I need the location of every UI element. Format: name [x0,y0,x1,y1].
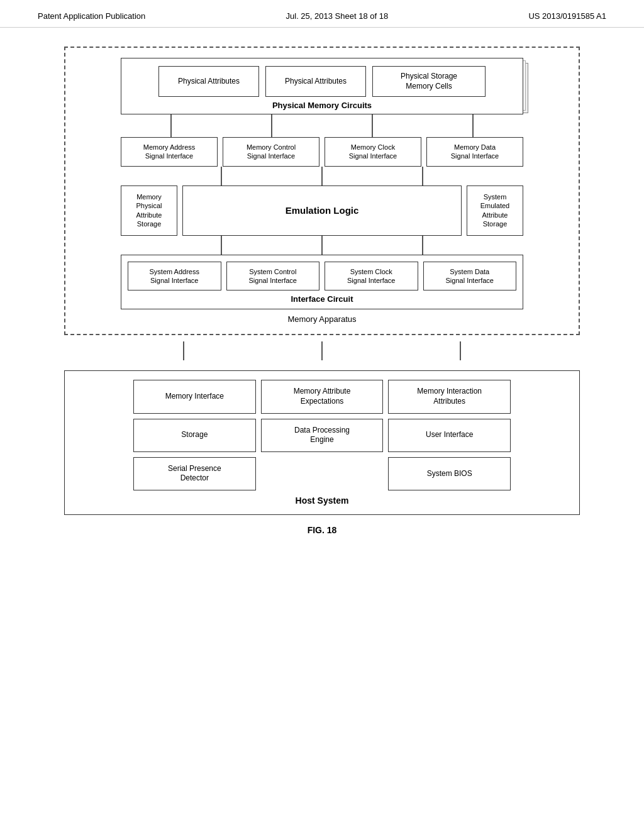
host-data-processing: Data ProcessingEngine [261,419,384,452]
sys-addr-signal: System AddressSignal Interface [128,262,221,291]
physical-memory-stacked: Physical Attributes Physical Attributes … [121,58,523,114]
host-system-bios: System BIOS [388,457,511,490]
header-left: Patent Application Publication [38,11,145,21]
host-empty-middle [261,457,384,490]
sys-emulated-attr-storage: SystemEmulatedAttributeStorage [467,185,523,236]
mem-data-signal: Memory DataSignal Interface [426,137,523,167]
fig-label: FIG. 18 [308,525,337,535]
memory-apparatus-label: Memory Apparatus [75,314,569,324]
sys-data-signal: System DataSignal Interface [423,262,517,291]
sys-ctrl-signal: System ControlSignal Interface [226,262,320,291]
mem-clk-signal: Memory ClockSignal Interface [325,137,421,167]
outer-dashed-border: Physical Attributes Physical Attributes … [64,47,580,335]
phys-storage-box: Physical StorageMemory Cells [372,66,486,97]
page-header: Patent Application Publication Jul. 25, … [0,0,644,28]
host-mem-attr-expectations: Memory AttributeExpectations [261,380,384,413]
host-system-grid: Memory Interface Memory AttributeExpecta… [133,380,511,490]
connectors-signal-to-emulation [121,167,523,185]
host-serial-presence: Serial PresenceDetector [133,457,256,490]
system-signal-row: System AddressSignal Interface System Co… [128,262,516,291]
physical-memory-label: Physical Memory Circuits [130,101,514,110]
mem-addr-signal: Memory AddressSignal Interface [121,137,218,167]
interface-circuit-label: Interface Circuit [128,294,516,304]
emulation-logic-box: Emulation Logic [182,185,462,236]
memory-signal-row: Memory AddressSignal Interface Memory Co… [121,137,523,167]
phys-attr-box-2: Physical Attributes [265,66,366,97]
mem-phys-attr-storage: MemoryPhysicalAttributeStorage [121,185,177,236]
sys-clk-signal: System ClockSignal Interface [325,262,418,291]
interface-circuit-section: System AddressSignal Interface System Co… [121,255,523,310]
host-memory-interface: Memory Interface [133,380,256,413]
header-middle: Jul. 25, 2013 Sheet 18 of 18 [286,11,389,21]
host-system-label: Host System [74,495,570,506]
emulation-row: MemoryPhysicalAttributeStorage Emulation… [121,185,523,236]
host-storage: Storage [133,419,256,452]
main-content: Physical Attributes Physical Attributes … [0,28,644,548]
phys-attr-box-1: Physical Attributes [158,66,259,97]
host-user-interface: User Interface [388,419,511,452]
header-right: US 2013/0191585 A1 [528,11,606,21]
connectors-emulation-to-syssignal [121,236,523,255]
host-mem-interaction-attr: Memory InteractionAttributes [388,380,511,413]
host-system-box: Memory Interface Memory AttributeExpecta… [64,370,580,515]
mem-ctrl-signal: Memory ControlSignal Interface [223,137,319,167]
connectors-apparatus-to-host [121,341,523,360]
physical-memory-card: Physical Attributes Physical Attributes … [121,58,523,114]
connectors-phys-to-signal [121,114,523,137]
